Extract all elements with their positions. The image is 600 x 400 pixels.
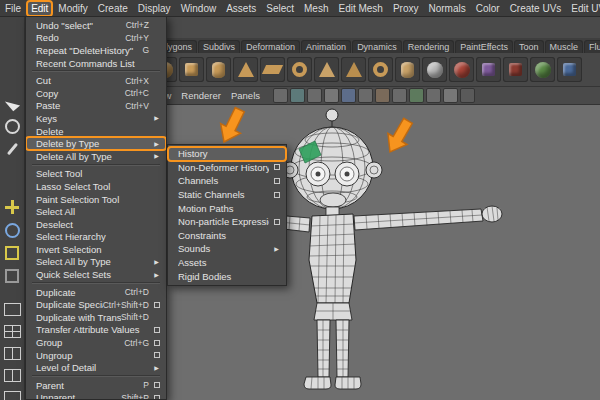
edit-menu-item-duplicate-special[interactable]: Duplicate SpecialCtrl+Shift+D [26,298,166,311]
edit-menu-item-repeat-deletehistory[interactable]: Repeat "DeleteHistory"G [26,44,166,57]
resolution-gate-icon[interactable] [324,88,339,103]
poly-helix-icon[interactable] [395,57,420,82]
gate-mask-icon[interactable] [341,88,356,103]
edit-menu-item-level-of-detail[interactable]: Level of Detail▶ [26,361,166,374]
poly-prism-icon[interactable] [314,57,339,82]
camera-attributes-icon[interactable] [409,88,424,103]
edit-menu-item-select-tool[interactable]: Select Tool [26,168,166,181]
lasso-tool-icon[interactable] [3,117,21,135]
menubar-item-select[interactable]: Select [261,1,299,16]
menubar-item-normals[interactable]: Normals [424,1,471,16]
move-tool-icon[interactable] [3,198,21,216]
edit-menu-item-redo[interactable]: RedoCtrl+Y [26,32,166,45]
shelf-tab-painteffects[interactable]: PaintEffects [455,40,513,53]
edit-menu-item-ungroup[interactable]: Ungroup [26,349,166,362]
edit-menu-item-transfer-attribute-values[interactable]: Transfer Attribute Values [26,324,166,337]
delete-by-type-item-motion-paths[interactable]: Motion Paths [168,201,286,215]
option-box-icon[interactable] [274,192,280,198]
delete-by-type-item-history[interactable]: History [168,147,286,161]
combine-icon[interactable] [503,57,528,82]
edit-menu-item-deselect[interactable]: Deselect [26,218,166,231]
field-chart-icon[interactable] [358,88,373,103]
menubar-item-window[interactable]: Window [176,1,222,16]
delete-by-type-item-assets[interactable]: Assets [168,256,286,270]
menubar-item-create-uvs[interactable]: Create UVs [505,1,567,16]
poly-torus-icon[interactable] [287,57,312,82]
mirror-geometry-icon[interactable] [476,57,501,82]
edit-menu-item-delete-all-by-type[interactable]: Delete All by Type▶ [26,150,166,163]
edit-menu-item-select-all-by-type[interactable]: Select All by Type▶ [26,256,166,269]
scale-tool-icon[interactable] [3,244,21,262]
edit-menu-item-parent[interactable]: ParentP [26,379,166,392]
delete-by-type-item-constraints[interactable]: Constraints [168,229,286,243]
shelf-tab-muscle[interactable]: Muscle [545,40,584,53]
poly-cube-icon[interactable] [179,57,204,82]
edit-menu-item-paste[interactable]: PasteCtrl+V [26,100,166,113]
select-camera-icon[interactable] [273,88,288,103]
poly-pipe-icon[interactable] [368,57,393,82]
option-box-icon[interactable] [274,164,280,170]
delete-by-type-item-non-deformer-history[interactable]: Non-Deformer History [168,161,286,175]
last-tool-icon[interactable] [3,267,21,285]
edit-menu-item-recent-commands-list[interactable]: Recent Commands List [26,57,166,70]
edit-menu-item-copy[interactable]: CopyCtrl+C [26,87,166,100]
menubar-item-create[interactable]: Create [93,1,133,16]
option-box-icon[interactable] [274,178,280,184]
poly-plane-icon[interactable] [260,57,285,82]
edit-menu-item-group[interactable]: GroupCtrl+G [26,336,166,349]
select-tool-icon[interactable] [3,94,21,112]
option-box-icon[interactable] [154,382,160,388]
delete-by-type-item-rigid-bodies[interactable]: Rigid Bodies [168,269,286,283]
edit-menu-item-quick-select-sets[interactable]: Quick Select Sets▶ [26,268,166,281]
film-gate-icon[interactable] [307,88,322,103]
shelf-tab-subdivs[interactable]: Subdivs [198,40,240,53]
option-box-icon[interactable] [154,352,160,358]
menubar-item-file[interactable]: File [0,1,26,16]
shelf-tab-rendering[interactable]: Rendering [403,40,455,53]
option-box-icon[interactable] [154,395,160,400]
poly-cone-icon[interactable] [233,57,258,82]
edit-menu-item-duplicate-with-transform[interactable]: Duplicate with TransformShift+D [26,311,166,324]
menubar-item-edit-uvs[interactable]: Edit UVs [566,1,600,16]
edit-menu-item-undo-select[interactable]: Undo "select"Ctrl+Z [26,19,166,32]
option-box-icon[interactable] [274,219,280,225]
safe-title-icon[interactable] [392,88,407,103]
bookmarks-icon[interactable] [426,88,441,103]
single-pane-layout-icon[interactable] [3,300,21,318]
option-box-icon[interactable] [154,302,160,308]
shelf-tab-fluids[interactable]: Fluids [584,40,600,53]
edit-menu-item-paint-selection-tool[interactable]: Paint Selection Tool [26,193,166,206]
shelf-tab-dynamics[interactable]: Dynamics [352,40,402,53]
poly-pyramid-icon[interactable] [341,57,366,82]
four-pane-layout-icon[interactable] [3,322,21,340]
menubar-item-modify[interactable]: Modify [53,1,92,16]
edit-menu-item-invert-selection[interactable]: Invert Selection [26,243,166,256]
image-plane-icon[interactable] [443,88,458,103]
paint-selection-tool-icon[interactable] [3,140,21,158]
poly-cylinder-icon[interactable] [206,57,231,82]
delete-by-type-item-sounds[interactable]: Sounds▶ [168,242,286,256]
edit-menu-item-select-hierarchy[interactable]: Select Hierarchy [26,231,166,244]
edit-menu-item-lasso-select-tool[interactable]: Lasso Select Tool [26,180,166,193]
persp-outliner-layout-icon[interactable] [3,344,21,362]
sculpt-geometry-icon[interactable] [449,57,474,82]
extrude-icon[interactable] [557,57,582,82]
option-box-icon[interactable] [154,327,160,333]
option-box-icon[interactable] [154,340,160,346]
hypershade-layout-icon[interactable] [3,366,21,384]
menubar-item-display[interactable]: Display [133,1,176,16]
delete-by-type-item-channels[interactable]: Channels [168,174,286,188]
safe-action-icon[interactable] [375,88,390,103]
rotate-tool-icon[interactable] [3,221,21,239]
menubar-item-mesh[interactable]: Mesh [299,1,333,16]
wireframe-shade-icon[interactable] [460,88,475,103]
menubar-item-color[interactable]: Color [471,1,505,16]
panel-menu-panels[interactable]: Panels [226,90,265,101]
grid-toggle-icon[interactable] [290,88,305,103]
poly-soccer-ball-icon[interactable] [422,57,447,82]
menubar-item-edit-mesh[interactable]: Edit Mesh [333,1,387,16]
delete-by-type-item-non-particle-expressions[interactable]: Non-particle Expressions [168,215,286,229]
edit-menu-item-select-all[interactable]: Select All [26,205,166,218]
delete-by-type-item-static-channels[interactable]: Static Channels [168,188,286,202]
shelf-tab-toon[interactable]: Toon [514,40,544,53]
